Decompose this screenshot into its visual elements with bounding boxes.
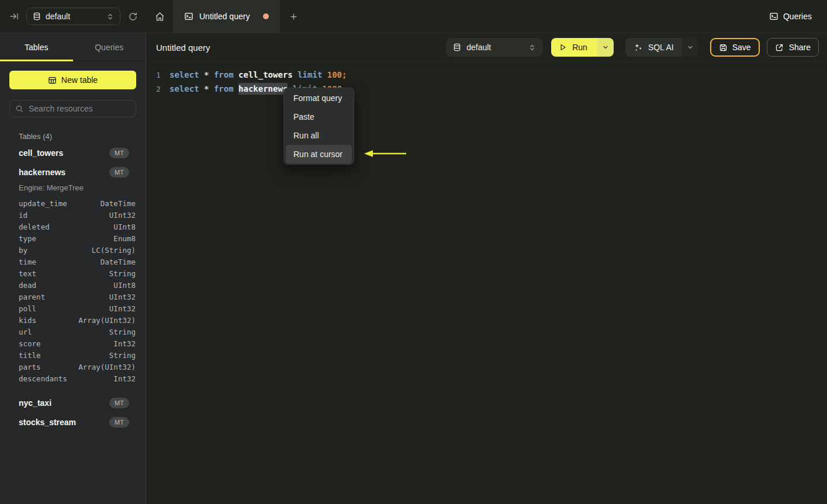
table-column-row: descendants Int32 (0, 373, 146, 384)
code-token: 100; (327, 70, 347, 79)
sidebar-tab-tables-label: Tables (25, 43, 48, 52)
sparkles-icon (634, 43, 643, 52)
query-title: Untitled query (156, 43, 210, 53)
context-menu-item[interactable]: Run at cursor (286, 145, 352, 164)
chevron-down-icon (687, 44, 694, 51)
column-type: LC(String) (92, 246, 136, 255)
share-button[interactable]: Share (767, 38, 819, 57)
column-type: Array(UInt32) (78, 363, 136, 371)
column-type: UInt8 (113, 281, 136, 290)
queries-button-label: Queries (783, 12, 812, 21)
database-icon (33, 12, 41, 20)
query-database-value: default (466, 43, 491, 52)
table-row-cell-towers[interactable]: cell_towers MT (0, 143, 146, 162)
code-token: cell_towers (238, 70, 297, 79)
column-name: type (19, 234, 36, 243)
refresh-icon[interactable] (128, 12, 138, 22)
line-number: 2 (155, 85, 162, 93)
column-name: parts (19, 363, 41, 371)
code-token: from (214, 70, 238, 79)
column-name: poll (19, 304, 36, 313)
sql-ai-button[interactable]: SQL AI (625, 38, 682, 57)
sql-editor[interactable]: 1 select * from cell_towers limit 100; 2… (146, 62, 827, 504)
table-column-row: deleted UInt8 (0, 221, 146, 232)
query-database-selector[interactable]: default (446, 38, 543, 57)
tab-untitled-query[interactable]: Untitled query (173, 0, 280, 33)
database-icon (453, 43, 461, 51)
table-column-row: title String (0, 349, 146, 361)
sidebar-tab-tables[interactable]: Tables (0, 33, 73, 61)
save-button[interactable]: Save (710, 38, 760, 57)
table-row-nyc-taxi[interactable]: nyc_taxi MT (0, 393, 146, 412)
sql-ai-dropdown[interactable] (682, 38, 698, 57)
table-column-row: type Enum8 (0, 232, 146, 244)
save-button-label: Save (732, 43, 751, 52)
column-name: parent (19, 293, 45, 301)
table-name: nyc_taxi (19, 398, 51, 408)
column-type: UInt32 (109, 293, 136, 301)
column-name: update_time (19, 199, 67, 208)
code-line-2: 2 select * from hackernews limit 1000 (146, 82, 827, 96)
column-type: String (109, 328, 136, 336)
collapse-sidebar-icon[interactable] (9, 12, 19, 21)
sql-ai-button-group: SQL AI (625, 38, 698, 57)
table-column-row: time DateTime (0, 256, 146, 267)
queries-button[interactable]: Queries (769, 12, 812, 21)
column-name: dead (19, 281, 36, 290)
table-column-row: update_time DateTime (0, 197, 146, 209)
play-icon (559, 43, 567, 51)
column-type: String (109, 351, 136, 360)
sidebar-tab-queries[interactable]: Queries (73, 33, 146, 61)
home-icon[interactable] (146, 0, 173, 33)
sql-ai-label: SQL AI (648, 43, 674, 52)
editor-controls: default Run (446, 38, 819, 57)
column-type: UInt8 (113, 223, 136, 231)
column-type: DateTime (101, 258, 136, 266)
column-type: DateTime (101, 199, 136, 208)
table-column-row: id UInt32 (0, 209, 146, 221)
column-name: descendants (19, 374, 67, 383)
topbar-database-selector[interactable]: default (26, 8, 120, 25)
context-menu-item[interactable]: Paste (286, 107, 352, 126)
table-row-stocks-stream[interactable]: stocks_stream MT (0, 412, 146, 432)
updown-icon (106, 13, 114, 20)
run-button-group: Run (551, 38, 614, 57)
table-column-row: dead UInt8 (0, 279, 146, 291)
code-line-1: 1 select * from cell_towers limit 100; (146, 68, 827, 82)
table-column-row: url String (0, 326, 146, 338)
table-name: cell_towers (19, 148, 63, 158)
sidebar-tab-queries-label: Queries (95, 43, 123, 52)
table-icon (48, 76, 57, 85)
hackernews-columns: update_time DateTime id UInt32 deleted U… (0, 197, 146, 384)
run-button-label: Run (572, 43, 587, 52)
topbar-right: Queries (769, 0, 827, 33)
context-menu-item[interactable]: Run all (286, 126, 352, 145)
table-column-row: by LC(String) (0, 244, 146, 256)
column-type: Int32 (113, 339, 136, 348)
run-button[interactable]: Run (551, 38, 597, 57)
code-token: select (169, 70, 204, 79)
table-column-row: score Int32 (0, 338, 146, 349)
table-row-hackernews[interactable]: hackernews MT (0, 162, 146, 182)
table-name: stocks_stream (19, 418, 76, 427)
column-type: Array(UInt32) (78, 316, 136, 325)
new-table-button[interactable]: New table (9, 71, 136, 89)
table-column-row: parts Array(UInt32) (0, 361, 146, 373)
tab-title: Untitled query (199, 12, 250, 21)
table-column-row: parent UInt32 (0, 291, 146, 303)
column-name: score (19, 339, 41, 348)
run-options-dropdown[interactable] (597, 38, 614, 57)
column-type: Enum8 (113, 234, 136, 243)
context-menu-item[interactable]: Format query (286, 89, 352, 107)
sidebar-tabs: Tables Queries (0, 33, 146, 61)
tab-strip: Untitled query (146, 0, 307, 33)
column-type: UInt32 (109, 211, 136, 220)
save-icon (719, 43, 728, 52)
code-token: limit (297, 70, 327, 79)
tables-section-label: Tables (4) (19, 132, 146, 141)
column-type: String (109, 269, 136, 278)
search-input[interactable] (27, 103, 130, 114)
column-name: deleted (19, 223, 50, 231)
column-name: url (19, 328, 32, 336)
new-tab-icon[interactable] (280, 0, 307, 33)
